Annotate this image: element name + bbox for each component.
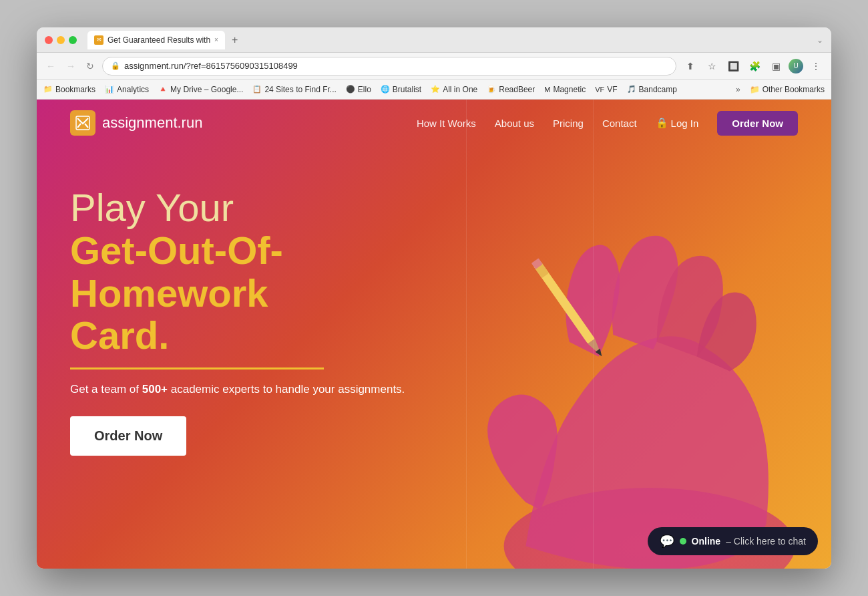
nav-contact[interactable]: Contact xyxy=(602,118,637,129)
hero-title-line2: Get-Out-Of-Homework xyxy=(70,229,471,315)
nav-order-now-button[interactable]: Order Now xyxy=(717,111,798,136)
refresh-button[interactable]: ↻ xyxy=(83,58,97,74)
bookmark-ello[interactable]: ⚫ Ello xyxy=(346,85,371,94)
readbeer-icon: 🍺 xyxy=(487,85,496,94)
hero-title-line1: Play Your xyxy=(70,186,471,229)
online-indicator xyxy=(680,538,686,545)
address-text: assignment.run/?ref=8615756090315108499 xyxy=(124,61,668,71)
brutalist-icon: 🌐 xyxy=(381,85,390,94)
bookmark-analytics[interactable]: 📊 Analytics xyxy=(105,85,149,94)
ello-icon: ⚫ xyxy=(346,85,355,94)
maximize-traffic-light[interactable] xyxy=(69,36,77,44)
bookmark-magnetic[interactable]: M Magnetic xyxy=(544,85,586,94)
logo-text: assignment.run xyxy=(102,114,202,132)
new-tab-button[interactable]: + xyxy=(228,33,242,47)
address-bar[interactable]: 🔒 assignment.run/?ref=861575609031510849… xyxy=(102,57,676,76)
bookmark-ello-label: Ello xyxy=(358,85,371,94)
bookmark-drive[interactable]: 🔺 My Drive – Google... xyxy=(158,85,243,94)
hero-order-now-button[interactable]: Order Now xyxy=(70,416,186,456)
site-logo[interactable]: assignment.run xyxy=(70,110,202,136)
bookmark-allinone-label: All in One xyxy=(443,85,477,94)
title-bar: ✉ Get Guaranteed Results with × + ⌄ xyxy=(37,27,831,53)
share-button[interactable]: ⬆ xyxy=(682,57,699,75)
tab-groups-button[interactable]: 🔲 xyxy=(724,57,742,75)
bookmark-magnetic-label: Magnetic xyxy=(553,85,586,94)
bookmarks-more-button[interactable]: » xyxy=(736,85,740,94)
site-nav-links: How It Works About us Pricing Contact 🔒 … xyxy=(417,111,798,136)
bookmark-drive-label: My Drive – Google... xyxy=(170,85,243,94)
window-controls: ⌄ xyxy=(817,35,823,45)
bookmark-24sites-label: 24 Sites to Find Fr... xyxy=(264,85,336,94)
other-bookmarks-folder[interactable]: 📁 Other Bookmarks xyxy=(750,85,825,94)
nav-pricing[interactable]: Pricing xyxy=(553,118,584,129)
vf-icon: VF xyxy=(595,86,604,94)
forward-button[interactable]: → xyxy=(63,58,78,74)
allinone-icon: ⭐ xyxy=(431,85,440,94)
active-tab[interactable]: ✉ Get Guaranteed Results with × xyxy=(87,31,225,49)
minimize-traffic-light[interactable] xyxy=(57,36,65,44)
hero-content: Play Your Get-Out-Of-Homework Card. Get … xyxy=(37,146,831,569)
bookmark-24sites[interactable]: 📋 24 Sites to Find Fr... xyxy=(252,85,336,94)
extensions-button[interactable]: 🧩 xyxy=(746,57,763,75)
bookmark-bandcamp[interactable]: 🎵 Bandcamp xyxy=(627,85,677,94)
bookmark-bookmarks-label: Bookmarks xyxy=(55,85,95,94)
other-bookmarks-label: Other Bookmarks xyxy=(763,85,825,94)
nav-actions: ⬆ ☆ 🔲 🧩 ▣ U ⋮ xyxy=(682,57,825,75)
site-navbar: assignment.run How It Works About us Pri… xyxy=(37,100,831,146)
hero-subtitle: Get a team of 500+ academic experts to h… xyxy=(70,383,471,396)
hero-title-line3: Card. xyxy=(70,314,471,357)
chat-widget[interactable]: 💬 Online – Click here to chat xyxy=(648,527,818,555)
bookmark-brutalist[interactable]: 🌐 Brutalist xyxy=(381,85,421,94)
bookmark-bandcamp-label: Bandcamp xyxy=(639,85,677,94)
chat-online-label: Online xyxy=(692,536,721,547)
magnetic-icon: M xyxy=(544,86,550,94)
nav-about-us[interactable]: About us xyxy=(495,118,534,129)
bookmark-button[interactable]: ☆ xyxy=(703,57,720,75)
hero-text-block: Play Your Get-Out-Of-Homework Card. Get … xyxy=(70,186,471,456)
website-content: assignment.run How It Works About us Pri… xyxy=(37,100,831,569)
tab-favicon: ✉ xyxy=(94,35,103,45)
nav-bar: ← → ↻ 🔒 assignment.run/?ref=861575609031… xyxy=(37,53,831,80)
browser-window: ✉ Get Guaranteed Results with × + ⌄ ← → … xyxy=(37,27,831,569)
analytics-icon: 📊 xyxy=(105,85,114,94)
bookmark-vf-label: VF xyxy=(607,85,617,94)
tab-bar: ✉ Get Guaranteed Results with × + xyxy=(87,31,811,49)
hero-divider xyxy=(70,367,324,369)
chat-bubble-icon: 💬 xyxy=(660,534,674,549)
tab-close-button[interactable]: × xyxy=(214,36,218,43)
lock-icon: 🔒 xyxy=(656,117,668,129)
lock-icon: 🔒 xyxy=(111,61,120,70)
login-link[interactable]: 🔒 Log In xyxy=(656,117,699,129)
bookmark-vf[interactable]: VF VF xyxy=(595,85,617,94)
traffic-lights xyxy=(45,36,77,44)
bookmark-readbeer[interactable]: 🍺 ReadBeer xyxy=(487,85,535,94)
bookmark-readbeer-label: ReadBeer xyxy=(499,85,535,94)
back-button[interactable]: ← xyxy=(43,58,58,74)
bookmark-bookmarks[interactable]: 📁 Bookmarks xyxy=(43,85,95,94)
bookmarks-bar: 📁 Bookmarks 📊 Analytics 🔺 My Drive – Goo… xyxy=(37,80,831,100)
hero-section: assignment.run How It Works About us Pri… xyxy=(37,100,831,569)
sidebar-button[interactable]: ▣ xyxy=(767,57,785,75)
close-traffic-light[interactable] xyxy=(45,36,53,44)
drive-icon: 🔺 xyxy=(158,85,168,94)
logo-icon xyxy=(70,110,95,136)
chat-click-label: – Click here to chat xyxy=(726,536,806,547)
menu-button[interactable]: ⋮ xyxy=(807,57,825,75)
bookmark-analytics-label: Analytics xyxy=(117,85,149,94)
tab-title: Get Guaranteed Results with xyxy=(107,35,210,45)
nav-how-it-works[interactable]: How It Works xyxy=(417,118,476,129)
bandcamp-icon: 🎵 xyxy=(627,85,636,94)
bookmark-brutalist-label: Brutalist xyxy=(393,85,421,94)
bookmark-allinone[interactable]: ⭐ All in One xyxy=(431,85,477,94)
24sites-icon: 📋 xyxy=(252,85,262,94)
other-bookmarks-icon: 📁 xyxy=(750,85,760,94)
bookmarks-folder-icon: 📁 xyxy=(43,85,53,94)
profile-avatar[interactable]: U xyxy=(789,59,803,73)
